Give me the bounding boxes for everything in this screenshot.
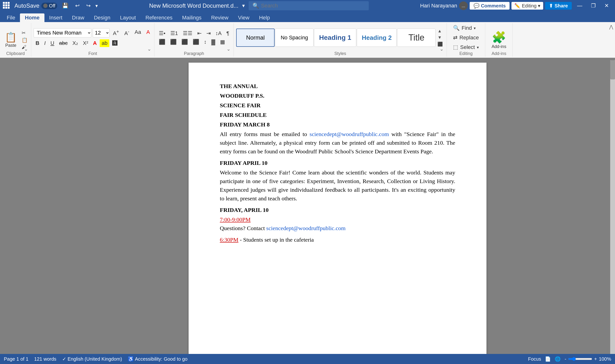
search-input[interactable] bbox=[261, 3, 357, 9]
underline-button[interactable]: U bbox=[49, 39, 56, 47]
paragraph-expand[interactable]: ⌄ bbox=[225, 46, 232, 52]
redo-button[interactable]: ↪ bbox=[84, 2, 93, 9]
doc-para-3[interactable]: Questions? Contact sciencedept@woodruffp… bbox=[220, 224, 455, 233]
styles-expand[interactable]: ⌄ bbox=[438, 46, 446, 52]
shading-para-button[interactable]: ▓ bbox=[209, 38, 217, 46]
doc-line-6[interactable]: FRIDAY APRIL 10 bbox=[220, 159, 455, 167]
borders-button[interactable]: ▦ bbox=[218, 38, 227, 46]
save-button[interactable]: 💾 bbox=[60, 2, 70, 9]
clear-format-button[interactable]: A bbox=[144, 28, 152, 37]
styles-scroll-down[interactable]: ▼ bbox=[436, 35, 444, 40]
decrease-indent-button[interactable]: ⇤ bbox=[195, 29, 204, 37]
autosave-toggle[interactable]: Off bbox=[41, 3, 57, 9]
view-web-icon[interactable]: 🌐 bbox=[555, 356, 561, 362]
doc-time-1[interactable]: 7:00-9:00PM bbox=[220, 215, 455, 224]
cut-button[interactable]: ✂ bbox=[21, 29, 28, 36]
style-normal-button[interactable]: Normal bbox=[236, 28, 274, 47]
bullets-button[interactable]: ☰• bbox=[157, 29, 167, 37]
zoom-slider[interactable] bbox=[568, 357, 592, 361]
editing-mode-button[interactable]: ✏️ Editing ▾ bbox=[511, 2, 543, 10]
close-button[interactable]: ✕ bbox=[601, 2, 612, 10]
tab-home[interactable]: Home bbox=[20, 13, 44, 22]
show-marks-button[interactable]: ¶ bbox=[224, 29, 231, 37]
restore-button[interactable]: ❐ bbox=[588, 2, 599, 10]
font-grow-button[interactable]: A+ bbox=[111, 28, 121, 37]
tab-references[interactable]: References bbox=[141, 13, 178, 22]
style-no-spacing-button[interactable]: No Spacing bbox=[275, 28, 314, 47]
doc-para-2[interactable]: Welcome to the Science Fair! Come learn … bbox=[220, 168, 455, 203]
search-bar[interactable]: 🔍 bbox=[249, 1, 369, 10]
doc-line-1[interactable]: THE ANNUAL bbox=[220, 82, 455, 91]
doc-line-5[interactable]: FRIDAY MARCH 8 bbox=[220, 120, 455, 129]
font-shrink-button[interactable]: A- bbox=[122, 28, 131, 37]
numbering-button[interactable]: ☰1 bbox=[168, 29, 180, 37]
tab-review[interactable]: Review bbox=[206, 13, 233, 22]
tab-layout[interactable]: Layout bbox=[115, 13, 140, 22]
addins-button[interactable]: 🧩 Add-ins bbox=[488, 29, 510, 51]
align-right-button[interactable]: ⬛ bbox=[179, 38, 190, 46]
replace-button[interactable]: ⇄ Replace bbox=[451, 34, 481, 42]
tab-view[interactable]: View bbox=[233, 13, 254, 22]
user-name: Hari Narayanan bbox=[420, 3, 457, 9]
styles-scroll-up[interactable]: ▲ bbox=[436, 28, 444, 34]
doc-line-3[interactable]: SCIENCE FAIR bbox=[220, 101, 455, 110]
user-avatar[interactable]: ... bbox=[459, 1, 468, 10]
doc-line-7[interactable]: FRIDAY, APRIL 10 bbox=[220, 206, 455, 214]
change-case-button[interactable]: Aa bbox=[133, 28, 143, 37]
doc-para-1[interactable]: All entry forms must be emailed to scien… bbox=[220, 130, 455, 156]
tab-design[interactable]: Design bbox=[89, 13, 115, 22]
zoom-level[interactable]: 100% bbox=[599, 356, 611, 362]
align-center-button[interactable]: ⬛ bbox=[168, 38, 178, 46]
copy-button[interactable]: 📋 bbox=[21, 37, 28, 43]
align-left-button[interactable]: ⬛ bbox=[157, 38, 167, 46]
font-family-select[interactable]: Times New Roman bbox=[34, 28, 91, 37]
multilevel-button[interactable]: ☰☰ bbox=[181, 29, 194, 37]
style-title-button[interactable]: Title bbox=[397, 28, 436, 47]
clipboard-expand[interactable]: ⌄ bbox=[22, 46, 30, 52]
zoom-out-button[interactable]: - bbox=[565, 356, 566, 362]
justify-button[interactable]: ⬛ bbox=[191, 38, 201, 46]
font-size-select[interactable]: 12 bbox=[93, 28, 109, 37]
title-dropdown[interactable]: ▾ bbox=[242, 3, 245, 9]
document-page[interactable]: THE ANNUAL WOODRUFF P.S. SCIENCE FAIR FA… bbox=[189, 63, 486, 354]
increase-indent-button[interactable]: ⇥ bbox=[205, 29, 213, 37]
shading-button[interactable]: 🅰 bbox=[110, 39, 119, 47]
sort-button[interactable]: ↕A bbox=[214, 29, 224, 37]
doc-line-2[interactable]: WOODRUFF P.S. bbox=[220, 91, 455, 100]
share-button[interactable]: ⬆ Share bbox=[545, 2, 572, 10]
superscript-button[interactable]: X² bbox=[81, 39, 90, 47]
app-icon[interactable] bbox=[3, 2, 11, 10]
tab-file[interactable]: File bbox=[2, 13, 20, 22]
find-button[interactable]: 🔍 Find ▾ bbox=[451, 24, 481, 32]
paste-button[interactable]: 📋 Paste bbox=[2, 30, 19, 50]
ribbon-collapse-button[interactable]: ⋀ bbox=[607, 23, 615, 57]
paste-icon: 📋 bbox=[5, 32, 17, 43]
style-heading2-button[interactable]: Heading 2 bbox=[357, 28, 397, 47]
focus-button[interactable]: Focus bbox=[528, 356, 541, 362]
doc-line-4[interactable]: FAIR SCHEDULE bbox=[220, 111, 455, 119]
quick-access-more[interactable]: ▾ bbox=[95, 3, 98, 9]
view-print-icon[interactable]: 📄 bbox=[545, 356, 551, 362]
minimize-button[interactable]: — bbox=[574, 2, 586, 10]
scrollbar-track[interactable] bbox=[610, 60, 615, 354]
italic-button[interactable]: I bbox=[42, 39, 48, 47]
undo-button[interactable]: ↩ bbox=[73, 2, 82, 9]
tab-help[interactable]: Help bbox=[254, 13, 274, 22]
doc-line-8[interactable]: 6:30PM - Students set up in the cafeteri… bbox=[220, 235, 455, 244]
scrollbar-thumb[interactable] bbox=[610, 60, 615, 79]
strikethrough-button[interactable]: abc bbox=[57, 39, 69, 47]
bold-button[interactable]: B bbox=[34, 39, 41, 47]
comments-button[interactable]: 💬 Comments bbox=[470, 2, 509, 10]
highlight-button[interactable]: ab bbox=[100, 39, 109, 47]
zoom-in-button[interactable]: + bbox=[594, 356, 597, 362]
style-heading1-button[interactable]: Heading 1 bbox=[314, 28, 356, 47]
tab-draw[interactable]: Draw bbox=[67, 13, 89, 22]
line-spacing-button[interactable]: ↕ bbox=[202, 38, 208, 46]
tab-mailings[interactable]: Mailings bbox=[177, 13, 206, 22]
font-expand[interactable]: ⌄ bbox=[145, 46, 153, 52]
tab-insert[interactable]: Insert bbox=[44, 13, 67, 22]
subscript-button[interactable]: X₂ bbox=[70, 39, 80, 47]
document-container[interactable]: THE ANNUAL WOODRUFF P.S. SCIENCE FAIR FA… bbox=[94, 58, 581, 354]
font-color-button[interactable]: A bbox=[91, 39, 99, 47]
select-button[interactable]: ⬚ Select ▾ bbox=[451, 43, 481, 51]
